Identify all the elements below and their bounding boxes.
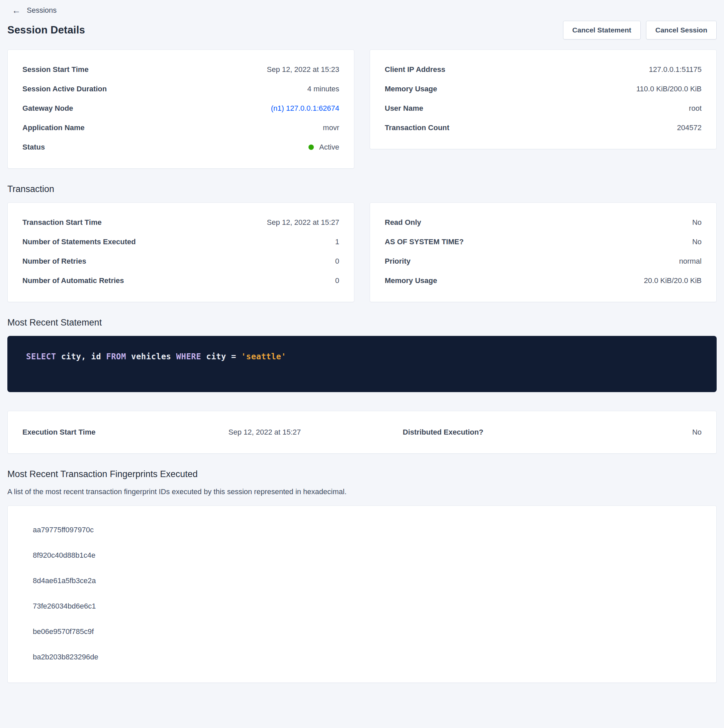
kv-label: Status [22, 143, 45, 151]
fingerprints-section-title: Most Recent Transaction Fingerprints Exe… [8, 469, 716, 479]
session-details-page: ← Sessions Session Details Cancel Statem… [0, 0, 724, 690]
kv-row-status: Status Active [22, 138, 339, 157]
back-arrow-icon[interactable]: ← [12, 6, 21, 15]
kv-label: Priority [385, 257, 410, 266]
kv-label: Number of Statements Executed [22, 237, 136, 246]
kv-row-session-start-time: Session Start Time Sep 12, 2022 at 15:23 [22, 60, 339, 79]
kv-label: AS OF SYSTEM TIME? [385, 237, 464, 246]
kv-row-session-active-duration: Session Active Duration 4 minutes [22, 79, 339, 99]
sql-keyword: WHERE [176, 352, 201, 361]
kv-row-txn-memory-usage: Memory Usage 20.0 KiB/20.0 KiB [385, 271, 702, 291]
page-header: Session Details Cancel Statement Cancel … [8, 21, 716, 40]
kv-value: 4 minutes [308, 85, 339, 93]
status-badge: Active [308, 143, 339, 151]
kv-label: Transaction Count [385, 124, 449, 132]
kv-row-transaction-start-time: Transaction Start Time Sep 12, 2022 at 1… [22, 213, 339, 232]
kv-value: normal [679, 257, 702, 266]
fingerprint-item: aa79775ff097970c [33, 517, 691, 543]
kv-value: No [692, 428, 702, 437]
execution-start-time: Execution Start Time Sep 12, 2022 at 15:… [22, 428, 301, 437]
kv-label: Session Start Time [22, 65, 89, 74]
sql-keyword: SELECT [26, 352, 56, 361]
kv-row-application-name: Application Name movr [22, 118, 339, 138]
status-text: Active [319, 143, 339, 151]
sql-keyword: FROM [106, 352, 126, 361]
kv-label: Execution Start Time [22, 428, 95, 437]
status-active-dot-icon [308, 145, 314, 150]
cancel-statement-button[interactable]: Cancel Statement [563, 21, 641, 40]
kv-row-transaction-count: Transaction Count 204572 [385, 118, 702, 138]
kv-label: Distributed Execution? [403, 428, 484, 437]
fingerprint-item: 8f920c40d88b1c4e [33, 543, 691, 568]
sql-text: city = [201, 352, 241, 361]
kv-row-user-name: User Name root [385, 99, 702, 118]
kv-row-memory-usage: Memory Usage 110.0 KiB/200.0 KiB [385, 79, 702, 99]
sql-statement-box: SELECT city, id FROM vehicles WHERE city… [8, 336, 716, 392]
transaction-row: Transaction Start Time Sep 12, 2022 at 1… [8, 202, 716, 302]
kv-label: Transaction Start Time [22, 218, 102, 227]
kv-row-automatic-retries: Number of Automatic Retries 0 [22, 271, 339, 291]
kv-value: 1 [335, 237, 339, 246]
distributed-execution: Distributed Execution? No [403, 428, 702, 437]
page-title: Session Details [8, 24, 85, 36]
breadcrumb: ← Sessions [8, 3, 716, 15]
kv-row-retries: Number of Retries 0 [22, 252, 339, 271]
kv-label: Application Name [22, 124, 85, 132]
sql-text: vehicles [126, 352, 176, 361]
kv-value: 110.0 KiB/200.0 KiB [636, 85, 702, 93]
kv-label: Number of Retries [22, 257, 86, 266]
kv-row-client-ip: Client IP Address 127.0.0.1:51175 [385, 60, 702, 79]
header-actions: Cancel Statement Cancel Session [563, 21, 716, 40]
kv-label: Gateway Node [22, 104, 73, 113]
kv-value: movr [323, 124, 339, 132]
kv-value: No [692, 218, 702, 227]
kv-row-priority: Priority normal [385, 252, 702, 271]
fingerprint-item: be06e9570f785c9f [33, 619, 691, 644]
fingerprint-item: 73fe26034bd6e6c1 [33, 593, 691, 619]
kv-value: 204572 [677, 124, 702, 132]
kv-value: Sep 12, 2022 at 15:27 [228, 428, 301, 437]
execution-card: Execution Start Time Sep 12, 2022 at 15:… [8, 411, 716, 454]
kv-value: 127.0.0.1:51175 [649, 65, 702, 74]
kv-label: Memory Usage [385, 276, 437, 285]
kv-value: Sep 12, 2022 at 15:23 [267, 65, 339, 74]
session-info-card-right: Client IP Address 127.0.0.1:51175 Memory… [370, 49, 716, 149]
kv-label: Number of Automatic Retries [22, 276, 124, 285]
transaction-card-right: Read Only No AS OF SYSTEM TIME? No Prior… [370, 202, 716, 302]
session-info-row: Session Start Time Sep 12, 2022 at 15:23… [8, 49, 716, 168]
kv-row-read-only: Read Only No [385, 213, 702, 232]
transaction-card-left: Transaction Start Time Sep 12, 2022 at 1… [8, 202, 354, 302]
kv-label: Client IP Address [385, 65, 445, 74]
sql-string-literal: 'seattle' [241, 352, 286, 361]
sql-text: city, id [56, 352, 106, 361]
session-info-card-left: Session Start Time Sep 12, 2022 at 15:23… [8, 49, 354, 168]
kv-label: User Name [385, 104, 423, 113]
kv-row-as-of-system-time: AS OF SYSTEM TIME? No [385, 232, 702, 252]
kv-label: Read Only [385, 218, 421, 227]
fingerprints-description: A list of the most recent transaction fi… [8, 488, 716, 496]
kv-value: 0 [335, 257, 339, 266]
kv-row-gateway-node: Gateway Node (n1) 127.0.0.1:62674 [22, 99, 339, 118]
breadcrumb-sessions-link[interactable]: Sessions [27, 6, 57, 15]
statement-section-title: Most Recent Statement [8, 318, 716, 328]
kv-label: Session Active Duration [22, 85, 107, 93]
kv-label: Memory Usage [385, 85, 437, 93]
fingerprints-card: aa79775ff097970c 8f920c40d88b1c4e 8d4ae6… [8, 506, 716, 683]
kv-value: No [692, 237, 702, 246]
kv-value: root [689, 104, 702, 113]
kv-row-statements-executed: Number of Statements Executed 1 [22, 232, 339, 252]
kv-value: 20.0 KiB/20.0 KiB [644, 276, 702, 285]
fingerprint-item: 8d4ae61a5fb3ce2a [33, 568, 691, 593]
cancel-session-button[interactable]: Cancel Session [646, 21, 716, 40]
gateway-node-link[interactable]: (n1) 127.0.0.1:62674 [271, 104, 339, 113]
fingerprint-item: ba2b203b823296de [33, 644, 691, 670]
kv-value: 0 [335, 276, 339, 285]
kv-value: Sep 12, 2022 at 15:27 [267, 218, 339, 227]
transaction-section-title: Transaction [8, 184, 716, 194]
